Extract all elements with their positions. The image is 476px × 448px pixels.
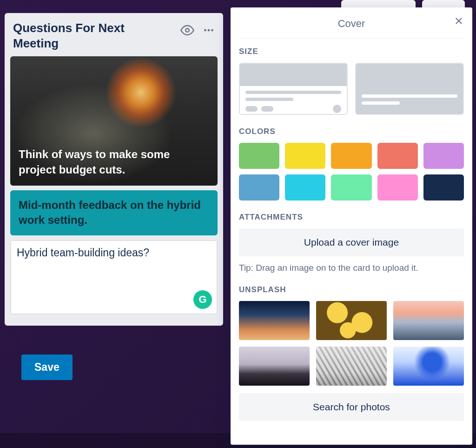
size-label: SIZE: [239, 47, 464, 56]
list-column: Questions For Next Meeting Think of ways…: [5, 13, 223, 326]
card-teal[interactable]: Mid-month feedback on the hybrid work se…: [10, 190, 218, 235]
color-swatch-2[interactable]: [331, 143, 371, 169]
unsplash-thumb-2[interactable]: [393, 301, 464, 340]
size-lines: [362, 94, 457, 108]
upload-tip: Tip: Drag an image on to the card to upl…: [239, 263, 464, 273]
card-composer-input[interactable]: [17, 247, 211, 284]
unsplash-thumb-1[interactable]: [316, 301, 387, 340]
unsplash-label: UNSPLASH: [239, 285, 464, 294]
color-swatch-1[interactable]: [285, 143, 325, 169]
card-composer: G: [10, 240, 218, 314]
attachments-label: ATTACHMENTS: [239, 213, 464, 222]
section-attachments: ATTACHMENTS Upload a cover image Tip: Dr…: [239, 213, 464, 273]
color-swatch-6[interactable]: [285, 174, 325, 201]
watch-icon[interactable]: [180, 23, 194, 37]
svg-point-0: [185, 28, 189, 32]
card-title: Mid-month feedback on the hybrid work se…: [19, 198, 209, 228]
unsplash-thumb-3[interactable]: [239, 347, 310, 386]
section-size: SIZE: [239, 47, 464, 115]
size-lines: [240, 86, 347, 115]
section-colors: COLORS: [239, 127, 464, 201]
popover-header: Cover: [239, 15, 464, 39]
color-swatch-8[interactable]: [377, 174, 418, 201]
upload-cover-button[interactable]: Upload a cover image: [239, 228, 464, 256]
save-button[interactable]: Save: [21, 354, 73, 380]
card-title: Think of ways to make some project budge…: [10, 140, 218, 186]
card-with-cover[interactable]: Think of ways to make some project budge…: [10, 56, 218, 186]
grammarly-icon[interactable]: G: [193, 290, 212, 309]
cover-size-half[interactable]: [239, 63, 348, 115]
list-header: Questions For Next Meeting: [10, 19, 218, 56]
color-swatch-4[interactable]: [423, 143, 464, 169]
svg-point-3: [211, 29, 213, 32]
colors-label: COLORS: [239, 127, 464, 136]
unsplash-thumb-0[interactable]: [239, 301, 310, 340]
search-photos-button[interactable]: Search for photos: [239, 393, 464, 421]
cover-popover: Cover SIZE COL: [231, 7, 472, 445]
unsplash-thumb-5[interactable]: [393, 347, 464, 386]
color-swatch-0[interactable]: [239, 143, 279, 169]
colors-grid: [239, 143, 464, 201]
unsplash-grid: [239, 301, 464, 386]
list-menu-icon[interactable]: [203, 24, 215, 36]
list-title[interactable]: Questions For Next Meeting: [13, 20, 166, 51]
svg-point-2: [208, 29, 210, 32]
color-swatch-9[interactable]: [423, 174, 464, 201]
section-unsplash: UNSPLASH Search for photos: [239, 285, 464, 421]
close-icon[interactable]: [454, 16, 464, 28]
card-cover-image: Think of ways to make some project budge…: [10, 56, 218, 186]
color-swatch-3[interactable]: [377, 143, 418, 169]
svg-point-1: [204, 29, 206, 32]
popover-title: Cover: [338, 18, 365, 30]
size-thumb: [240, 64, 347, 86]
unsplash-thumb-4[interactable]: [316, 347, 387, 386]
color-swatch-5[interactable]: [239, 174, 279, 201]
color-swatch-7[interactable]: [331, 174, 371, 201]
cover-size-full[interactable]: [355, 63, 464, 115]
